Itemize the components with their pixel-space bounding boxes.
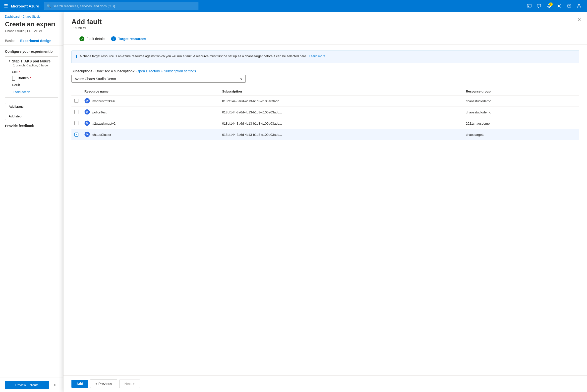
- flyout-title: Add fault: [72, 18, 579, 26]
- page-subtitle: Chaos Studio | PREVIEW: [0, 28, 63, 37]
- configure-label: Configure your experiment b: [5, 50, 58, 54]
- target-resources-label: Target resources: [118, 37, 146, 41]
- breadcrumb-dashboard[interactable]: Dashboard: [5, 15, 20, 18]
- feedback-icon[interactable]: [535, 2, 543, 10]
- resource-name-cell: a2wzqzkmaoty2: [81, 118, 219, 129]
- tab-experiment-design[interactable]: Experiment design: [20, 37, 51, 45]
- branch-field-label: Branch *: [18, 76, 31, 80]
- step-name: Step 1: AKS pod failure: [12, 59, 51, 63]
- fault-details-check-icon: ✓: [79, 36, 84, 41]
- add-button[interactable]: Add: [72, 380, 88, 388]
- row-checkbox[interactable]: [74, 99, 78, 103]
- breadcrumb: Dashboard › Chaos Studio: [0, 12, 63, 20]
- review-create-button[interactable]: Review + create: [5, 381, 49, 389]
- hamburger-menu[interactable]: ☰: [4, 3, 8, 9]
- tab-basics[interactable]: Basics: [5, 37, 15, 45]
- resource-name: policyTest: [92, 110, 107, 114]
- flyout-tabs: ✓ Fault details ✓ Target resources: [72, 34, 579, 44]
- resource-name: a2wzqzkmaoty2: [92, 122, 116, 125]
- row-checkbox[interactable]: [74, 121, 78, 125]
- flyout-footer: Add < Previous Next >: [64, 375, 587, 392]
- fault-label: Fault: [12, 83, 55, 87]
- subscription-cell: 018bf144-3a6d-4c13-b1d3-d100a03adc...: [219, 118, 463, 129]
- next-button: Next >: [119, 380, 140, 388]
- subscription-label: Subscriptions - Don't see a subscription…: [72, 69, 579, 73]
- table-checkbox-header: [72, 88, 81, 96]
- flyout-subtitle: PREVIEW: [72, 26, 579, 30]
- help-icon[interactable]: ?: [565, 2, 573, 10]
- subscription-cell: 018bf144-3a6d-4c13-b1d3-d100a03adc...: [219, 107, 463, 118]
- add-action-button[interactable]: + Add action: [12, 89, 55, 95]
- subscription-cell: 018bf144-3a6d-4c13-b1d3-d100a03adc...: [219, 96, 463, 107]
- resource-group-cell: 2021chaosdemo: [463, 118, 579, 129]
- add-step-button[interactable]: Add step: [5, 113, 25, 120]
- left-footer: Review + create <: [0, 378, 63, 392]
- subscription-dropdown[interactable]: Azure Chaos Studio Demo ∨: [72, 75, 246, 82]
- flyout-header: Add fault PREVIEW ✕ ✓ Fault details ✓ Ta…: [64, 12, 587, 44]
- dropdown-chevron-icon: ∨: [240, 77, 242, 81]
- step-meta: 1 branch, 0 action, 0 targe: [13, 64, 55, 67]
- column-subscription: Subscription: [219, 88, 463, 96]
- resource-name: chaosCluster: [92, 133, 111, 136]
- add-fault-flyout: Add fault PREVIEW ✕ ✓ Fault details ✓ Ta…: [64, 12, 587, 392]
- svg-rect-2: [537, 4, 541, 7]
- row-checkbox[interactable]: [74, 132, 78, 136]
- notifications-icon[interactable]: 2: [545, 2, 553, 10]
- flyout-tab-fault-details[interactable]: ✓ Fault details: [79, 34, 105, 44]
- resource-name-cell: chaosCluster: [81, 129, 219, 140]
- search-input[interactable]: [53, 4, 196, 8]
- table-row[interactable]: policyTest 018bf144-3a6d-4c13-b1d3-d100a…: [72, 107, 579, 118]
- flyout-tab-target-resources[interactable]: ✓ Target resources: [111, 34, 146, 44]
- row-checkbox[interactable]: [74, 110, 78, 114]
- fault-details-label: Fault details: [86, 37, 105, 41]
- resource-name: msghustm2k4l6: [92, 99, 115, 103]
- table-row[interactable]: chaosCluster 018bf144-3a6d-4c13-b1d3-d10…: [72, 129, 579, 140]
- kubernetes-icon: [84, 98, 90, 104]
- resource-group-cell: chaostargets: [463, 129, 579, 140]
- step-box: ∧ Step 1: AKS pod failure 1 branch, 0 ac…: [5, 56, 58, 98]
- info-banner: ℹ A chaos target resource is an Azure re…: [72, 50, 579, 63]
- svg-point-3: [558, 5, 560, 7]
- top-navigation: ☰ Microsoft Azure 🔍 2 ?: [0, 0, 587, 12]
- svg-point-12: [87, 122, 88, 124]
- info-text: A chaos target resource is an Azure reso…: [80, 54, 307, 58]
- learn-more-link[interactable]: Learn more: [309, 54, 325, 58]
- flyout-body: ℹ A chaos target resource is an Azure re…: [64, 44, 587, 375]
- resource-name-cell: msghustm2k4l6: [81, 96, 219, 107]
- column-resource-name: Resource name: [81, 88, 219, 96]
- resources-table: Resource name Subscription Resource grou…: [72, 88, 579, 140]
- row-checkbox-cell: [72, 118, 81, 129]
- left-panel: Dashboard › Chaos Studio Create an exper…: [0, 12, 64, 392]
- page-title: Create an experi: [0, 20, 63, 28]
- terminal-icon[interactable]: [525, 2, 533, 10]
- resource-group-cell: chaosstudiodemo: [463, 107, 579, 118]
- step-chevron-icon[interactable]: ∧: [8, 60, 11, 63]
- resource-group-cell: chaosstudiodemo: [463, 96, 579, 107]
- row-checkbox-cell: [72, 129, 81, 140]
- user-avatar[interactable]: [575, 2, 583, 10]
- subscription-selected-value: Azure Chaos Studio Demo: [75, 77, 116, 81]
- previous-button[interactable]: < Previous: [90, 380, 117, 388]
- breadcrumb-chaos-studio[interactable]: Chaos Studio: [23, 15, 41, 18]
- provide-feedback-label: Provide feedback: [5, 124, 58, 128]
- add-branch-button[interactable]: Add branch: [5, 103, 29, 110]
- table-row[interactable]: msghustm2k4l6 018bf144-3a6d-4c13-b1d3-d1…: [72, 96, 579, 107]
- svg-rect-0: [527, 4, 531, 7]
- svg-point-8: [87, 100, 88, 101]
- global-search[interactable]: 🔍: [44, 2, 198, 10]
- settings-icon[interactable]: [555, 2, 563, 10]
- search-icon: 🔍: [47, 4, 51, 8]
- main-tabs: Basics Experiment design: [0, 37, 63, 46]
- left-chevron-button[interactable]: <: [51, 381, 58, 389]
- svg-point-14: [87, 134, 88, 135]
- subscription-settings-link[interactable]: Open Directory + Subscription settings: [136, 69, 196, 73]
- kubernetes-icon: [84, 109, 90, 115]
- flyout-close-button[interactable]: ✕: [577, 17, 581, 22]
- nav-icons: 2 ?: [525, 2, 583, 10]
- column-resource-group: Resource group: [463, 88, 579, 96]
- table-row[interactable]: a2wzqzkmaoty2 018bf144-3a6d-4c13-b1d3-d1…: [72, 118, 579, 129]
- svg-point-10: [87, 112, 88, 112]
- resource-name-cell: policyTest: [81, 107, 219, 118]
- svg-text:?: ?: [568, 5, 570, 8]
- row-checkbox-cell: [72, 107, 81, 118]
